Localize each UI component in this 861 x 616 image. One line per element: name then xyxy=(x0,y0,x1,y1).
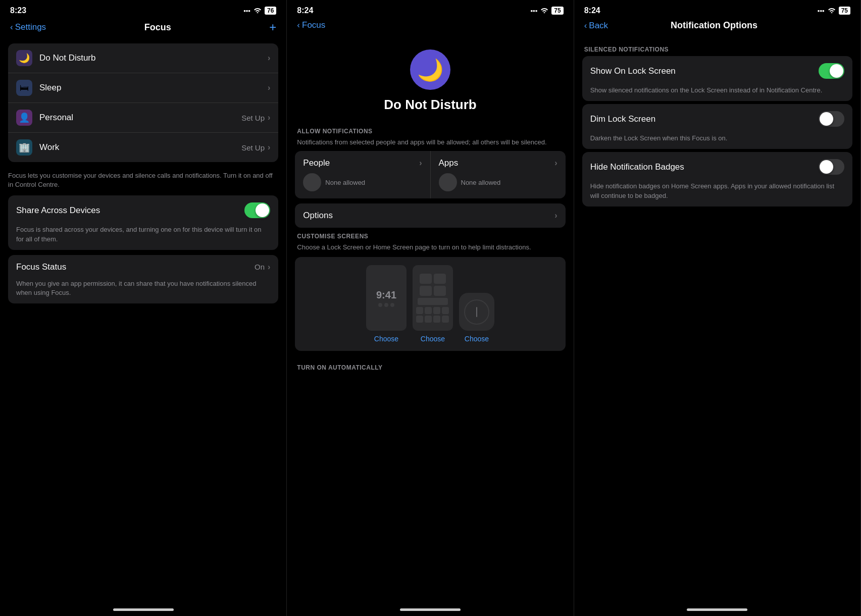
home-indicator-1 xyxy=(113,608,174,611)
add-focus-button[interactable]: + xyxy=(269,20,276,34)
chevron-right-apps: › xyxy=(554,159,557,168)
home-screen-item[interactable]: Choose xyxy=(413,265,453,343)
dnd-hero: 🌙 Do Not Disturb xyxy=(295,39,565,121)
toggle-knob-share xyxy=(256,203,269,217)
mock-dots xyxy=(378,303,394,307)
list-item-personal[interactable]: 👤 Personal Set Up › xyxy=(8,103,278,133)
focus-description: Focus lets you customise your devices an… xyxy=(8,167,278,195)
hide-badges-card: Hide Notification Badges Hide notificati… xyxy=(582,152,852,206)
dnd-right: › xyxy=(268,54,270,63)
list-item-sleep[interactable]: 🛏 Sleep › xyxy=(8,73,278,103)
screen-chooser: 9:41 Choose xyxy=(295,257,565,351)
status-icons-2: ▪▪▪ 75 xyxy=(530,7,563,15)
work-setup: Set Up xyxy=(241,143,265,152)
allow-people-sub: None allowed xyxy=(325,179,365,186)
app-7 xyxy=(433,316,440,323)
lock-screen-mockup: 9:41 xyxy=(366,265,407,331)
allow-people-title: People › xyxy=(303,158,422,168)
dim-lock-screen-card: Dim Lock Screen Darken the Lock Screen w… xyxy=(582,104,852,149)
panel-focus-list: 8:23 ▪▪▪ 76 ‹ Settings Focus + 🌙 Do Not … xyxy=(0,0,287,616)
share-across-devices-row: Share Across Devices xyxy=(8,195,278,225)
allow-description: Notifications from selected people and a… xyxy=(295,138,565,151)
mock-row-1 xyxy=(418,298,448,305)
focus-list-content: 🌙 Do Not Disturb › 🛏 Sleep › 👤 Personal … xyxy=(0,39,286,604)
silenced-header: SILENCED NOTIFICATIONS xyxy=(582,40,852,56)
battery-badge-3: 75 xyxy=(839,7,850,15)
focus-status-row[interactable]: Focus Status On › xyxy=(8,255,278,279)
home-indicator-2 xyxy=(400,608,461,611)
show-on-lock-row: Show On Lock Screen xyxy=(582,56,852,86)
share-toggle[interactable] xyxy=(244,202,270,218)
watch-screen-item[interactable]: Choose xyxy=(459,293,494,343)
chevron-right-sleep: › xyxy=(268,83,270,92)
toggle-knob-dim xyxy=(820,112,833,126)
lock-choose-label: Choose xyxy=(374,335,398,343)
options-row[interactable]: Options › xyxy=(295,203,565,228)
hide-badges-label: Hide Notification Badges xyxy=(590,162,684,172)
share-label: Share Across Devices xyxy=(16,206,100,216)
hide-badges-toggle[interactable] xyxy=(819,159,844,175)
turn-on-auto-header: TURN ON AUTOMATICALLY xyxy=(295,357,565,374)
grid-cell-3 xyxy=(420,286,432,296)
allow-apps-sub: None allowed xyxy=(461,179,501,186)
chevron-right-dnd: › xyxy=(268,54,270,63)
time-1: 8:23 xyxy=(10,6,26,15)
list-item-work[interactable]: 🏢 Work Set Up › xyxy=(8,133,278,162)
focus-status-label: Focus Status xyxy=(16,262,66,272)
signal-icon-3: ▪▪▪ xyxy=(818,7,825,15)
app-4 xyxy=(442,307,449,314)
customise-header: CUSTOMISE SCREENS xyxy=(295,233,565,243)
toggle-knob-lock xyxy=(830,64,843,78)
sleep-label: Sleep xyxy=(39,83,268,93)
home-choose-label: Choose xyxy=(421,335,445,343)
allow-people-cell[interactable]: People › None allowed xyxy=(295,151,430,198)
watch-choose-label: Choose xyxy=(465,335,489,343)
nav-bar-1: ‹ Settings Focus + xyxy=(0,18,286,39)
hide-badges-row: Hide Notification Badges xyxy=(582,152,852,182)
options-label: Options xyxy=(303,211,333,221)
avatar-placeholder xyxy=(303,173,321,191)
battery-badge-2: 75 xyxy=(551,7,563,15)
mock-time: 9:41 xyxy=(376,289,396,301)
app-5 xyxy=(416,316,423,323)
chevron-right-status: › xyxy=(268,263,270,272)
list-item-dnd[interactable]: 🌙 Do Not Disturb › xyxy=(8,43,278,73)
mock-grid xyxy=(420,274,446,296)
status-bar-2: 8:24 ▪▪▪ 75 xyxy=(287,0,573,18)
dim-lock-label: Dim Lock Screen xyxy=(590,114,655,124)
dim-lock-row: Dim Lock Screen xyxy=(582,104,852,134)
work-icon: 🏢 xyxy=(16,139,32,156)
grid-cell-4 xyxy=(434,286,446,296)
dim-lock-desc: Darken the Lock Screen when this Focus i… xyxy=(582,134,852,149)
dnd-content: 🌙 Do Not Disturb ALLOW NOTIFICATIONS Not… xyxy=(287,35,573,604)
dot-3 xyxy=(390,303,394,307)
app-placeholder xyxy=(439,173,457,191)
app-8 xyxy=(442,316,449,323)
dnd-icon: 🌙 xyxy=(16,50,32,66)
allow-apps-title: Apps › xyxy=(439,158,558,168)
focus-status-block: Focus Status On › When you give an app p… xyxy=(8,255,278,303)
back-button-settings[interactable]: ‹ Settings xyxy=(10,22,46,32)
wifi-icon-1 xyxy=(254,7,262,15)
back-button-notif[interactable]: ‹ Back xyxy=(584,21,608,31)
panel-notification-options: 8:24 ▪▪▪ 75 ‹ Back Notification Options … xyxy=(574,0,861,616)
lock-screen-item[interactable]: 9:41 Choose xyxy=(366,265,407,343)
app-2 xyxy=(425,307,432,314)
dim-lock-toggle[interactable] xyxy=(819,111,844,127)
share-across-devices-block: Share Across Devices Focus is shared acr… xyxy=(8,195,278,249)
time-3: 8:24 xyxy=(584,6,600,15)
chevron-right-personal: › xyxy=(268,113,270,122)
wifi-icon-3 xyxy=(828,7,836,15)
show-on-lock-label: Show On Lock Screen xyxy=(590,66,676,76)
sleep-right: › xyxy=(268,83,270,92)
back-button-focus[interactable]: ‹ Focus xyxy=(297,20,325,30)
status-bar-1: 8:23 ▪▪▪ 76 xyxy=(0,0,286,18)
show-on-lock-toggle[interactable] xyxy=(819,63,844,79)
app-3 xyxy=(433,307,440,314)
show-on-lock-screen-card: Show On Lock Screen Show silenced notifi… xyxy=(582,56,852,101)
grid-cell-2 xyxy=(434,274,446,284)
allow-apps-cell[interactable]: Apps › None allowed xyxy=(431,151,566,198)
panel1-title: Focus xyxy=(144,22,171,33)
chevron-left-icon-1: ‹ xyxy=(10,22,13,32)
app-1 xyxy=(416,307,423,314)
